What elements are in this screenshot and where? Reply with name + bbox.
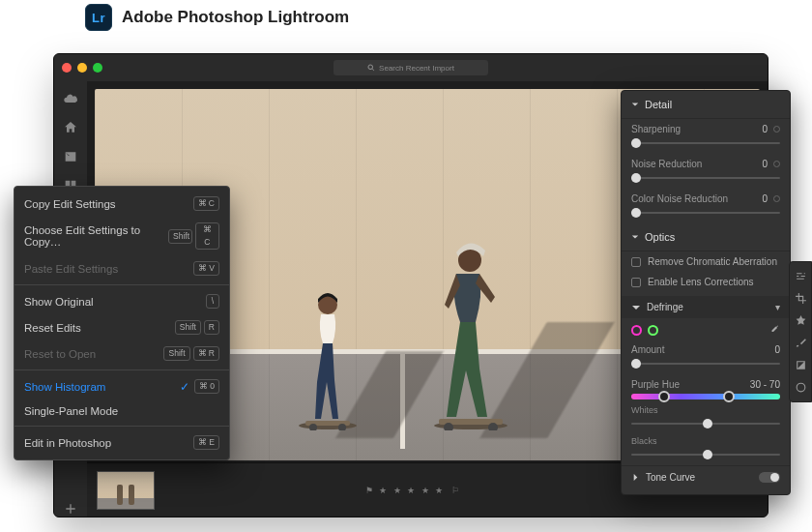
rating-stars[interactable]: ★ ★ ★ ★ ★ <box>379 486 445 495</box>
heal-icon[interactable] <box>795 314 807 327</box>
eyedropper-icon[interactable] <box>768 324 780 336</box>
reset-icon[interactable] <box>773 195 780 202</box>
crop-icon[interactable] <box>795 292 807 305</box>
menu-single-panel[interactable]: Single-Panel Mode <box>14 399 229 423</box>
menu-choose-edit-settings[interactable]: Choose Edit Settings to Copy… Shift⌘ C <box>14 217 229 255</box>
color-noise-label: Color Noise Reduction <box>631 193 728 204</box>
whites-label: Whites <box>622 403 790 417</box>
amount-slider[interactable] <box>631 359 780 369</box>
lightroom-logo: Lr <box>85 4 112 31</box>
menu-reset-to-open: Reset to Open Shift⌘ R <box>14 340 229 367</box>
green-swatch[interactable] <box>648 325 658 336</box>
brush-icon[interactable] <box>795 337 807 349</box>
titlebar: Search Recent Import <box>54 54 768 81</box>
menu-edit-in-photoshop[interactable]: Edit in Photoshop ⌘ E <box>14 429 229 456</box>
chevron-down-icon <box>631 303 641 312</box>
photos-icon[interactable] <box>63 149 78 164</box>
minimize-window-icon[interactable] <box>77 63 87 73</box>
thumbnail[interactable] <box>97 471 155 510</box>
chromatic-checkbox[interactable]: Remove Chromatic Aberration <box>622 251 790 272</box>
search-placeholder: Search Recent Import <box>379 64 454 73</box>
menu-copy-edit-settings[interactable]: Copy Edit Settings ⌘ C <box>14 191 229 217</box>
figure-person-2 <box>427 237 514 430</box>
tool-rail <box>789 261 812 402</box>
flag-icon[interactable]: ⚑ <box>365 486 373 495</box>
hue-slider[interactable] <box>631 394 780 399</box>
figure-person-1 <box>294 285 362 430</box>
blacks-slider[interactable] <box>631 450 780 459</box>
purple-swatch[interactable] <box>631 325 642 336</box>
chevron-down-icon <box>631 101 639 108</box>
sharpening-label: Sharpening <box>631 124 681 134</box>
expand-icon[interactable]: ▾ <box>775 302 780 312</box>
menu-show-histogram[interactable]: Show Histogram ✓⌘ 0 <box>14 373 229 399</box>
reject-icon[interactable]: ⚐ <box>451 486 459 495</box>
tone-curve-header[interactable]: Tone Curve <box>622 465 790 488</box>
tone-curve-toggle[interactable] <box>759 472 780 483</box>
chevron-down-icon <box>631 233 639 241</box>
reset-icon[interactable] <box>773 161 780 167</box>
hue-label: Purple Hue <box>631 379 680 390</box>
detail-section-header[interactable]: Detail <box>622 91 790 119</box>
blacks-label: Blacks <box>622 434 790 448</box>
maximize-window-icon[interactable] <box>93 63 102 73</box>
cloud-icon[interactable] <box>63 91 78 106</box>
check-icon: ✓ <box>180 380 189 394</box>
defringe-header[interactable]: Defringe ▾ <box>622 296 790 318</box>
svg-point-10 <box>797 383 805 392</box>
add-icon[interactable] <box>63 501 78 517</box>
optics-section-header[interactable]: Optics <box>622 223 790 251</box>
whites-slider[interactable] <box>631 419 780 429</box>
menu-reset-edits[interactable]: Reset Edits ShiftR <box>14 314 229 340</box>
amount-label: Amount <box>631 344 664 355</box>
menu-show-original[interactable]: Show Original \ <box>14 288 229 314</box>
search-input[interactable]: Search Recent Import <box>334 60 488 75</box>
home-icon[interactable] <box>63 120 78 135</box>
context-menu: Copy Edit Settings ⌘ C Choose Edit Setti… <box>14 186 230 460</box>
sharpening-slider[interactable] <box>631 138 780 148</box>
chevron-right-icon <box>631 473 640 482</box>
radial-icon[interactable] <box>795 381 807 394</box>
noise-slider[interactable] <box>631 173 780 183</box>
reset-icon[interactable] <box>773 126 780 133</box>
sliders-icon[interactable] <box>795 270 807 282</box>
menu-paste-edit-settings: Paste Edit Settings ⌘ V <box>14 255 229 281</box>
product-title: Adobe Photoshop Lightroom <box>122 8 349 27</box>
lens-checkbox[interactable]: Enable Lens Corrections <box>622 272 790 292</box>
edit-panel: Detail Sharpening0 Noise Reduction0 Colo… <box>621 90 791 495</box>
close-window-icon[interactable] <box>62 63 72 73</box>
color-noise-slider[interactable] <box>631 208 780 218</box>
gradient-icon[interactable] <box>795 359 807 371</box>
noise-label: Noise Reduction <box>631 159 702 169</box>
search-icon <box>367 64 375 72</box>
